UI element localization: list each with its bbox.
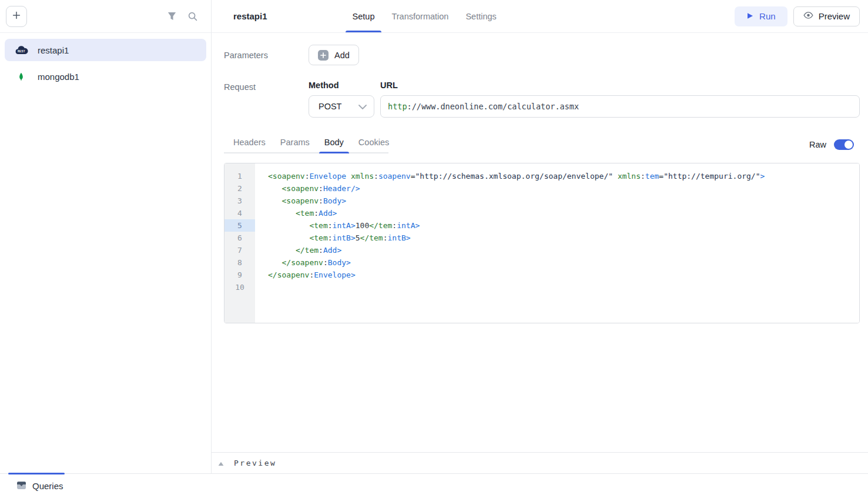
search-icon[interactable]	[185, 9, 200, 24]
method-label: Method	[309, 81, 374, 90]
plus-icon	[12, 11, 21, 22]
method-select[interactable]: POST	[309, 95, 374, 118]
active-panel-indicator	[8, 473, 65, 474]
preview-button-label: Preview	[819, 11, 850, 21]
method-value: POST	[319, 102, 341, 111]
line-number: 5	[224, 219, 255, 232]
query-list: REST restapi1 mongodb1	[0, 33, 211, 98]
query-panel: restapi1 Setup Transformation Settings R…	[212, 0, 868, 473]
line-number: 6	[224, 232, 255, 244]
sidebar-item-mongodb1[interactable]: mongodb1	[5, 65, 206, 88]
code-line[interactable]: <soapenv:Body>	[268, 195, 854, 207]
url-input[interactable]: http://www.dneonline.com/calculator.asmx	[380, 95, 860, 118]
eye-icon	[803, 11, 813, 21]
request-subtabs: Headers Params Body Cookies	[224, 138, 388, 153]
sidebar-item-restapi1[interactable]: REST restapi1	[5, 39, 206, 61]
header-actions: Run Preview	[735, 6, 860, 26]
sidebar: REST restapi1 mongodb1	[0, 0, 212, 473]
line-number: 9	[224, 269, 255, 281]
url-label: URL	[380, 81, 860, 90]
code-line[interactable]: <soapenv:Envelope xmlns:soapenv="http://…	[268, 170, 854, 182]
tab-params[interactable]: Params	[280, 138, 310, 152]
queries-panel-button[interactable]: Queries	[16, 480, 63, 492]
request-label: Request	[224, 81, 309, 118]
filter-icon[interactable]	[164, 9, 179, 24]
tab-headers[interactable]: Headers	[233, 138, 266, 152]
header-tabs: Setup Transformation Settings	[351, 0, 498, 32]
mongodb-leaf-icon	[14, 72, 29, 82]
setup-content: Parameters Add Request Method POST	[212, 33, 868, 452]
line-number: 8	[224, 256, 255, 269]
request-row: Request Method POST URL http://www.dneon…	[224, 81, 860, 118]
add-query-button[interactable]	[6, 6, 27, 27]
raw-label: Raw	[809, 140, 826, 149]
preview-collapse-bar[interactable]: Preview	[212, 452, 868, 473]
raw-toggle[interactable]	[834, 139, 854, 150]
raw-toggle-group: Raw	[809, 139, 854, 150]
code-area[interactable]: <soapenv:Envelope xmlns:soapenv="http://…	[255, 163, 859, 323]
bottom-bar: Queries	[0, 473, 868, 498]
line-number: 1	[224, 170, 255, 182]
run-button-label: Run	[759, 11, 776, 21]
tab-transformation[interactable]: Transformation	[390, 0, 450, 32]
line-number: 10	[224, 281, 255, 293]
parameters-row: Parameters Add	[224, 45, 860, 65]
add-parameter-label: Add	[334, 51, 350, 60]
query-title: restapi1	[233, 11, 267, 21]
code-line[interactable]: </soapenv:Envelope>	[268, 269, 854, 281]
line-number: 4	[224, 207, 255, 219]
code-line[interactable]	[268, 281, 854, 293]
code-line[interactable]: <tem:Add>	[268, 207, 854, 219]
run-button[interactable]: Run	[735, 6, 787, 26]
play-icon	[746, 11, 753, 21]
chevron-down-icon	[358, 102, 367, 111]
tab-cookies[interactable]: Cookies	[358, 138, 389, 152]
request-subtabs-row: Headers Params Body Cookies Raw	[224, 138, 860, 153]
line-number: 7	[224, 244, 255, 256]
preview-bar-label: Preview	[234, 459, 276, 467]
line-number-gutter: 12345678910	[224, 163, 255, 323]
body-code-editor[interactable]: 12345678910 <soapenv:Envelope xmlns:soap…	[224, 163, 860, 323]
line-number: 3	[224, 195, 255, 207]
method-block: Method POST	[309, 81, 374, 118]
code-line[interactable]: </soapenv:Body>	[268, 256, 854, 269]
sidebar-item-label: restapi1	[38, 45, 69, 55]
url-block: URL http://www.dneonline.com/calculator.…	[380, 81, 860, 118]
add-parameter-button[interactable]: Add	[309, 45, 359, 65]
query-header: restapi1 Setup Transformation Settings R…	[212, 0, 868, 33]
sidebar-item-label: mongodb1	[38, 72, 79, 82]
code-line[interactable]: <tem:intB>5</tem:intB>	[268, 232, 854, 244]
parameters-label: Parameters	[224, 51, 309, 60]
rest-api-cloud-icon: REST	[14, 45, 29, 55]
tab-setup[interactable]: Setup	[351, 0, 376, 32]
code-line[interactable]: </tem:Add>	[268, 244, 854, 256]
svg-text:REST: REST	[17, 49, 25, 52]
caret-up-icon	[218, 458, 224, 469]
preview-button[interactable]: Preview	[793, 6, 860, 26]
plus-square-icon	[318, 50, 329, 61]
queries-icon	[16, 480, 26, 492]
tab-settings[interactable]: Settings	[464, 0, 497, 32]
app-window: REST restapi1 mongodb1 restapi1 Setup Tr…	[0, 0, 868, 473]
code-line[interactable]: <soapenv:Header/>	[268, 182, 854, 195]
tab-body[interactable]: Body	[324, 138, 344, 152]
queries-label: Queries	[32, 481, 63, 491]
line-number: 2	[224, 182, 255, 195]
code-line[interactable]: <tem:intA>100</tem:intA>	[268, 219, 854, 232]
sidebar-header	[0, 0, 211, 33]
